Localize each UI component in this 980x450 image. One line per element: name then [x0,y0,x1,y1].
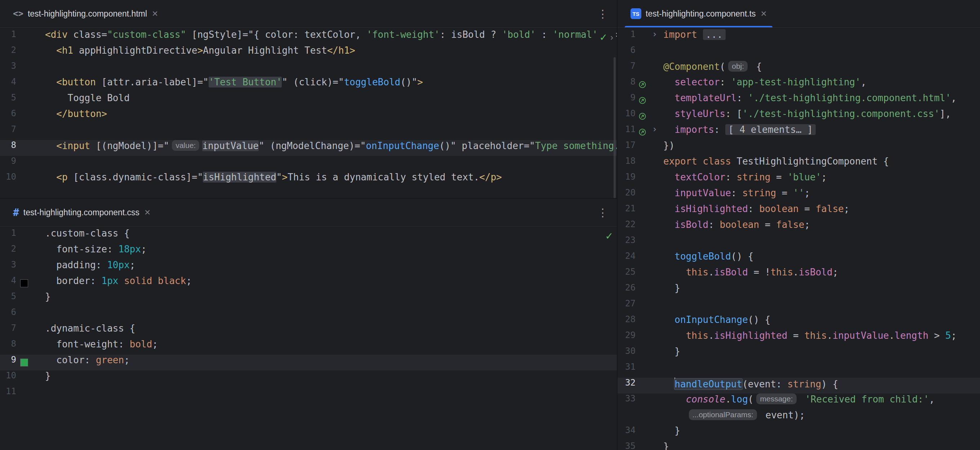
inspection-chevron-icon[interactable]: › [610,32,613,43]
line-number[interactable]: 6 [617,45,636,61]
code-text[interactable] [45,386,617,402]
code-line[interactable]: 25 this.isBold = !this.isBold; [617,267,980,283]
line-number[interactable]: 19 [617,172,636,187]
line-number[interactable]: 9 [0,355,16,371]
line-number[interactable]: 23 [617,235,636,251]
line-number[interactable]: 9 [617,92,636,108]
inspection-widget[interactable]: ✓ › [596,30,616,45]
line-number[interactable]: 1 [0,228,16,244]
line-number[interactable]: 3 [0,61,16,77]
line-number[interactable]: 30 [617,346,636,362]
code-line[interactable]: 6 </button> [0,108,617,124]
code-text[interactable] [45,124,617,140]
code-text[interactable]: <div class="custom-class" [ngStyle]="{ c… [45,29,617,45]
line-number[interactable]: 1 [0,29,16,45]
code-line[interactable]: 9 templateUrl: './test-highlighting.comp… [617,92,980,108]
code-line[interactable]: 7.dynamic-class { [0,323,617,339]
code-line[interactable]: 6 [0,307,617,323]
code-text[interactable] [663,298,980,314]
line-number[interactable]: 11 [617,124,636,140]
code-line[interactable]: 8 selector: 'app-test-highlighting', [617,77,980,92]
line-number[interactable]: 18 [617,156,636,172]
close-icon[interactable]: × [761,9,767,19]
code-text[interactable]: } [45,371,617,386]
code-text[interactable]: import ... [663,29,980,45]
code-line[interactable]: 2 font-size: 18px; [0,244,617,260]
code-line[interactable]: 19 textColor: string = 'blue'; [617,172,980,187]
line-number[interactable]: 4 [0,77,16,92]
tab-ts-file[interactable]: TS test-highlighting.component.ts × [625,0,772,27]
code-line[interactable]: 1<div class="custom-class" [ngStyle]="{ … [0,29,617,45]
code-text[interactable]: export class TestHighlightingComponent { [663,156,980,172]
code-text[interactable]: console.log(message: 'Received from chil… [663,393,980,409]
code-text[interactable]: padding: 10px; [45,260,617,276]
code-line[interactable]: 9 color: green; [0,355,617,371]
line-number[interactable]: 4 [0,276,16,291]
code-line[interactable]: 1›import ... [617,29,980,45]
line-number[interactable]: 32 [617,378,636,393]
editor-html[interactable]: ✓ › 1<div class="custom-class" [ngStyle]… [0,28,617,198]
code-text[interactable]: <input [(ngModel)]="value:inputValue" (n… [45,140,617,156]
close-icon[interactable]: × [145,208,150,217]
code-line[interactable]: 23 [617,235,980,251]
line-number[interactable]: 35 [617,441,636,450]
code-line[interactable]: 26 } [617,283,980,298]
code-line[interactable]: 8 <input [(ngModel)]="value:inputValue" … [0,140,617,156]
code-text[interactable]: font-weight: bold; [45,339,617,355]
line-number[interactable]: 1 [617,29,636,45]
code-line[interactable]: 31 [617,362,980,378]
code-text[interactable]: textColor: string = 'blue'; [663,172,980,187]
code-line[interactable]: 6 [617,45,980,61]
code-text[interactable]: isBold: boolean = false; [663,219,980,235]
code-text[interactable]: toggleBold() { [663,251,980,267]
code-line[interactable]: 4 border: 1px solid black; [0,276,617,291]
code-line[interactable]: 7 [0,124,617,140]
code-line[interactable]: 34 } [617,425,980,441]
angular-target-icon[interactable] [636,92,649,108]
code-line[interactable]: 11 [0,386,617,402]
code-line[interactable]: 10} [0,371,617,386]
code-text[interactable]: } [663,441,980,450]
code-line[interactable]: 4 <button [attr.aria-label]="'Test Butto… [0,77,617,92]
code-text[interactable]: @Component(obj: { [663,61,980,77]
code-line[interactable]: 18export class TestHighlightingComponent… [617,156,980,172]
code-line[interactable]: 21 isHighlighted: boolean = false; [617,203,980,219]
code-text[interactable] [663,235,980,251]
code-text[interactable]: } [663,425,980,441]
code-line[interactable]: 33 console.log(message: 'Received from c… [617,393,980,409]
code-line[interactable]: 8 font-weight: bold; [0,339,617,355]
code-text[interactable]: templateUrl: './test-highlighting.compon… [663,92,980,108]
code-text[interactable] [663,45,980,61]
line-number[interactable]: 24 [617,251,636,267]
angular-target-icon[interactable] [636,124,649,140]
code-line[interactable]: 10 styleUrls: ['./test-highlighting.comp… [617,108,980,124]
code-text[interactable]: styleUrls: ['./test-highlighting.compone… [663,108,980,124]
code-line[interactable]: 5} [0,291,617,307]
more-options-icon[interactable]: ⋮ [597,206,608,219]
code-text[interactable] [663,362,980,378]
line-number[interactable]: 29 [617,330,636,346]
code-line[interactable]: 20 inputValue: string = ''; [617,187,980,203]
code-text[interactable]: } [663,283,980,298]
code-line[interactable]: 3 [0,61,617,77]
code-text[interactable]: isHighlighted: boolean = false; [663,203,980,219]
code-line[interactable]: 35} [617,441,980,450]
line-number[interactable]: 10 [617,108,636,124]
code-line[interactable]: 28 onInputChange() { [617,314,980,330]
code-line[interactable]: 24 toggleBold() { [617,251,980,267]
code-line[interactable]: 29 this.isHighlighted = this.inputValue.… [617,330,980,346]
line-number[interactable]: 27 [617,298,636,314]
code-line[interactable]: 32 handleOutput(event: string) { [617,378,980,393]
line-number[interactable]: 28 [617,314,636,330]
code-text[interactable]: <button [attr.aria-label]="'Test Button'… [45,77,617,92]
code-line[interactable]: 10 <p [class.dynamic-class]="isHighlight… [0,172,617,187]
code-line[interactable]: 1.custom-class { [0,228,617,244]
line-number[interactable]: 5 [0,291,16,307]
line-number[interactable] [617,409,636,425]
line-number[interactable]: 17 [617,140,636,156]
code-text[interactable]: selector: 'app-test-highlighting', [663,77,980,92]
code-line[interactable]: 22 isBold: boolean = false; [617,219,980,235]
angular-target-icon[interactable] [636,108,649,124]
code-text[interactable] [45,307,617,323]
color-swatch-green[interactable] [16,355,32,371]
